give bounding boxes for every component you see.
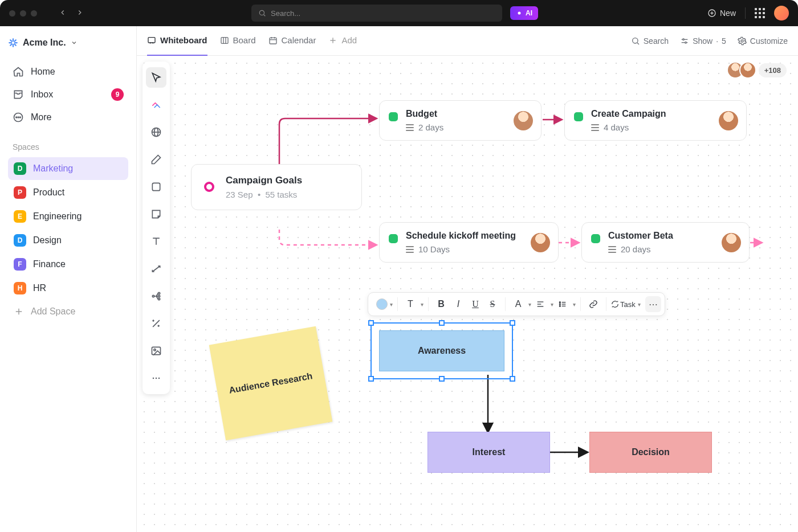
shape-interest[interactable]: Interest <box>427 432 550 473</box>
svg-point-51 <box>158 378 160 379</box>
shape-awareness[interactable]: Awareness <box>379 330 504 371</box>
collaborators[interactable]: +108 <box>731 62 787 79</box>
tool-image[interactable] <box>146 341 166 361</box>
goal-ring-icon <box>204 182 214 192</box>
svg-rect-20 <box>148 37 155 42</box>
text-color-button[interactable]: A <box>510 296 526 312</box>
list-button[interactable] <box>555 296 571 312</box>
card-create-campaign[interactable]: Create Campaign 4 days <box>564 100 747 141</box>
space-label: Marketing <box>33 163 73 174</box>
card-campaign-goals[interactable]: Campaign Goals 23 Sep • 55 tasks <box>191 164 362 210</box>
user-avatar[interactable] <box>774 6 789 21</box>
sparkle-icon <box>516 10 523 17</box>
svg-rect-24 <box>270 38 276 44</box>
apps-grid-icon[interactable] <box>755 8 765 18</box>
space-label: HR <box>33 283 46 293</box>
assignee-avatar[interactable] <box>514 111 533 130</box>
tool-pen[interactable] <box>146 149 166 170</box>
space-marketing[interactable]: DMarketing <box>8 157 128 180</box>
svg-point-45 <box>158 295 160 297</box>
tab-whiteboard[interactable]: Whiteboard <box>147 26 207 56</box>
convert-task-button[interactable]: Task▾ <box>606 293 645 316</box>
svg-line-10 <box>10 40 12 42</box>
space-finance[interactable]: FFinance <box>8 253 128 276</box>
tool-mindmap[interactable] <box>146 286 166 306</box>
canvas-search-button[interactable]: Search <box>631 36 669 46</box>
add-space-button[interactable]: Add Space <box>8 301 128 322</box>
font-size-button[interactable]: T <box>402 296 418 312</box>
svg-rect-21 <box>221 37 228 43</box>
ai-button[interactable]: AI <box>510 6 538 20</box>
sidebar-item-inbox[interactable]: Inbox 9 <box>8 83 128 106</box>
shape-decision[interactable]: Decision <box>589 432 712 473</box>
tool-more[interactable] <box>146 368 166 388</box>
traffic-close[interactable] <box>9 10 15 17</box>
space-icon: H <box>14 282 26 294</box>
card-customer-beta[interactable]: Customer Beta 20 days <box>581 222 750 263</box>
plus-circle-icon <box>707 9 716 18</box>
tool-ai[interactable] <box>146 95 166 115</box>
calendar-icon <box>268 36 278 45</box>
nav-forward-button[interactable] <box>72 6 87 21</box>
fill-color-swatch[interactable] <box>376 298 388 310</box>
svg-point-2 <box>518 12 521 15</box>
tab-calendar[interactable]: Calendar <box>268 26 316 56</box>
plus-icon <box>14 306 24 317</box>
svg-point-49 <box>153 378 154 379</box>
space-icon: P <box>14 186 26 199</box>
sync-icon <box>611 300 619 308</box>
space-hr[interactable]: HHR <box>8 277 128 300</box>
tool-connector[interactable] <box>146 259 166 279</box>
whiteboard-canvas[interactable]: +108 <box>137 56 798 532</box>
card-budget[interactable]: Budget 2 days <box>379 100 542 141</box>
assignee-avatar[interactable] <box>531 233 550 252</box>
toolbar-more-button[interactable]: ⋯ <box>645 296 661 312</box>
svg-line-11 <box>14 44 16 46</box>
sliders-icon <box>680 36 689 46</box>
gear-icon <box>738 36 747 46</box>
italic-button[interactable]: I <box>450 296 466 312</box>
nav-back-button[interactable] <box>55 6 70 21</box>
show-button[interactable]: Show·5 <box>680 36 726 46</box>
tab-add[interactable]: Add <box>328 26 357 56</box>
svg-point-0 <box>259 10 264 15</box>
link-button[interactable] <box>585 296 601 312</box>
underline-button[interactable]: U <box>467 296 483 312</box>
tool-text[interactable] <box>146 231 166 252</box>
svg-line-1 <box>264 15 266 17</box>
svg-point-36 <box>741 40 743 42</box>
card-kickoff[interactable]: Schedule kickoff meeting 10 Days <box>379 222 559 263</box>
tool-sticky[interactable] <box>146 204 166 224</box>
sidebar-item-home[interactable]: Home <box>8 60 128 83</box>
sticky-note[interactable]: Audience Research <box>209 326 333 440</box>
bold-button[interactable]: B <box>433 296 449 312</box>
traffic-max[interactable] <box>31 10 37 17</box>
svg-line-31 <box>637 43 639 44</box>
tool-shape[interactable] <box>146 177 166 197</box>
align-button[interactable] <box>532 296 548 312</box>
collaborators-overflow[interactable]: +108 <box>759 63 787 77</box>
tool-magic[interactable] <box>146 313 166 334</box>
assignee-avatar[interactable] <box>722 233 741 252</box>
svg-point-35 <box>685 42 687 43</box>
assignee-avatar[interactable] <box>719 111 738 130</box>
space-label: Design <box>33 235 62 245</box>
svg-point-56 <box>559 304 560 305</box>
space-label: Product <box>33 187 64 198</box>
new-button[interactable]: New <box>707 9 736 18</box>
space-product[interactable]: PProduct <box>8 181 128 204</box>
strike-button[interactable]: S <box>484 296 500 312</box>
svg-point-50 <box>156 378 157 379</box>
search-placeholder: Search... <box>271 9 300 18</box>
space-engineering[interactable]: EEngineering <box>8 205 128 228</box>
traffic-min[interactable] <box>20 10 26 17</box>
tool-pointer[interactable] <box>146 67 166 88</box>
workspace-switcher[interactable]: Acme Inc. <box>8 38 128 48</box>
spaces-heading: Spaces <box>13 142 128 152</box>
tab-board[interactable]: Board <box>220 26 256 56</box>
customize-button[interactable]: Customize <box>738 36 788 46</box>
sidebar-item-more[interactable]: More <box>8 106 128 129</box>
tool-web[interactable] <box>146 122 166 142</box>
space-design[interactable]: DDesign <box>8 229 128 252</box>
global-search[interactable]: Search... <box>251 5 502 22</box>
